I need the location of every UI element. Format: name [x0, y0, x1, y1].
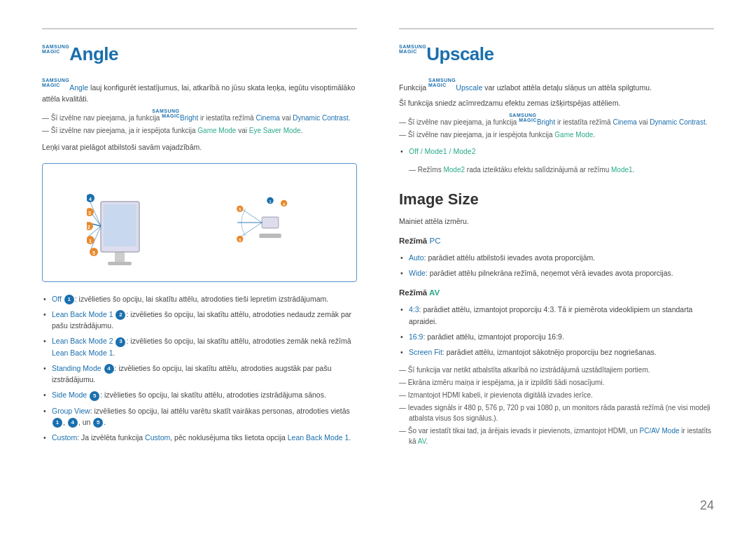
upscale-detail: Šī funkcija sniedz acīmredzamu efektu ze…: [399, 97, 714, 108]
svg-text:5: 5: [92, 251, 95, 255]
badge-1: 1: [64, 295, 74, 304]
image-size-title: Image Size: [399, 190, 714, 209]
page-number: 24: [700, 498, 714, 513]
image-size-intro: Mainiet attēla izmēru.: [399, 216, 714, 227]
bullet-screen-fit: Screen Fit: parādiet attēlu, izmantojot …: [399, 346, 714, 358]
left-intro: SAMSUNGMAGICAngle lauj konfigurēt iestat…: [42, 78, 357, 104]
bullet-16-9: 16:9: parādiet attēlu, izmantojot propor…: [399, 331, 714, 342]
svg-rect-3: [104, 204, 136, 246]
img-note-5: Šo var iestatīt tikai tad, ja ārējais ie…: [399, 426, 714, 447]
upscale-bullet-list: Off / Mode1 / Mode2: [399, 146, 714, 157]
av-mode-label: Režīmā AV: [399, 288, 714, 297]
mode2-note: Režīms Mode2 rada izteiktāku efektu salī…: [409, 164, 714, 175]
pc-mode-label: Režīmā PC: [399, 237, 714, 245]
img-note-4: Ievades signāls ir 480 p, 576 p, 720 p v…: [399, 402, 714, 423]
right-title: SAMSUNGMAGICUpscale: [399, 43, 714, 65]
left-column: SAMSUNGMAGICAngle SAMSUNGMAGICAngle lauj…: [42, 28, 357, 451]
bullet-4-3: 4:3: parādiet attēlu, izmantojot proporc…: [399, 304, 714, 327]
img-note-2: Ekrāna izmēru maiņa ir iespējama, ja ir …: [399, 377, 714, 388]
svg-rect-1: [108, 262, 132, 265]
upscale-intro: Funkcija SAMSUNGMAGICUpscale var uzlabot…: [399, 78, 714, 93]
svg-text:5: 5: [239, 207, 241, 211]
svg-text:4: 4: [89, 197, 92, 202]
bullet-off: Off 1: izvēlieties šo opciju, lai skatīt…: [42, 293, 357, 304]
svg-text:5: 5: [239, 237, 241, 241]
left-note-1: Šī izvēlne nav pieejama, ja funkcija SAM…: [42, 108, 357, 123]
bullet-lean-back-2: Lean Back Mode 2 3: izvēlieties šo opcij…: [42, 335, 357, 358]
image-size-section: Image Size Mainiet attēla izmēru. Režīmā…: [399, 190, 714, 447]
top-view-diagram: 1 4 5 5: [228, 184, 312, 261]
svg-text:2: 2: [88, 225, 90, 230]
img-note-3: Izmantojot HDMI kabeli, ir pievienota di…: [399, 390, 714, 400]
right-column: SAMSUNGMAGICUpscale Funkcija SAMSUNGMAGI…: [399, 28, 714, 451]
samsung-brand-right: SAMSUNGMAGIC: [399, 44, 426, 54]
angle-diagram-box: 4 3 2 1 5: [42, 163, 357, 282]
samsung-brand-left: SAMSUNGMAGIC: [42, 44, 69, 54]
left-title: SAMSUNGMAGICAngle: [42, 43, 357, 65]
fan-svg: 4 3 2 1 5: [87, 174, 153, 272]
bullet-lean-back-1: Lean Back Mode 1 2: izvēlieties šo opcij…: [42, 309, 357, 332]
img-note-1: Šī funkcija var netikt atbalstīta atkarī…: [399, 365, 714, 375]
badge-3: 3: [115, 337, 125, 347]
pc-bullet-list: Auto: parādiet attēlu atbilstoši ievades…: [399, 252, 714, 279]
monitor-fan-diagram: 4 3 2 1 5: [87, 174, 153, 272]
badge-4: 4: [104, 364, 114, 374]
angle-adjust-text: Leņķi varat pielāgot atbilstoši savām va…: [42, 141, 357, 153]
left-note-2: Šī izvēlne nav pieejama, ja ir iespējota…: [42, 125, 357, 136]
bullet-wide: Wide: parādiet attēlu pilnekrāna režīmā,…: [399, 267, 714, 279]
bullet-auto: Auto: parādiet attēlu atbilstoši ievades…: [399, 252, 714, 263]
av-bullet-list: 4:3: parādiet attēlu, izmantojot proporc…: [399, 304, 714, 358]
bullet-group: Group View: izvēlieties šo opciju, lai a…: [42, 405, 357, 428]
brand-upscale-note: SAMSUNGMAGIC: [519, 113, 537, 122]
svg-text:3: 3: [88, 211, 91, 216]
top-view-svg: 1 4 5 5: [228, 184, 312, 261]
samsung-magic-inline-1: SAMSUNGMAGIC: [42, 78, 69, 87]
brand-inline-2: SAMSUNGMAGIC: [162, 108, 180, 118]
bullet-custom: Custom: Ja izvēlēta funkcija Custom, pēc…: [42, 432, 357, 443]
badge-g5: 5: [93, 418, 103, 428]
svg-text:1: 1: [89, 239, 92, 244]
badge-g4: 4: [68, 418, 78, 428]
upscale-note-2: Šī izvēlne nav pieejama, ja ir iespējota…: [399, 129, 714, 140]
svg-rect-19: [262, 217, 279, 228]
badge-g1: 1: [52, 418, 62, 428]
badge-5: 5: [90, 391, 99, 401]
svg-text:1: 1: [269, 199, 271, 203]
bullet-side: Side Mode 5: izvēlieties šo opciju, lai …: [42, 389, 357, 400]
brand-upscale-inline: SAMSUNGMAGIC: [428, 78, 456, 87]
bullet-mode: Off / Mode1 / Mode2: [399, 146, 714, 157]
badge-2: 2: [115, 310, 125, 320]
svg-rect-27: [259, 233, 281, 237]
bullet-standing: Standing Mode 4: izvēlieties šo opciju, …: [42, 363, 357, 386]
upscale-note-1: Šī izvēlne nav pieejama, ja funkcija SAM…: [399, 113, 714, 127]
angle-bullet-list: Off 1: izvēlieties šo opciju, lai skatīt…: [42, 293, 357, 444]
